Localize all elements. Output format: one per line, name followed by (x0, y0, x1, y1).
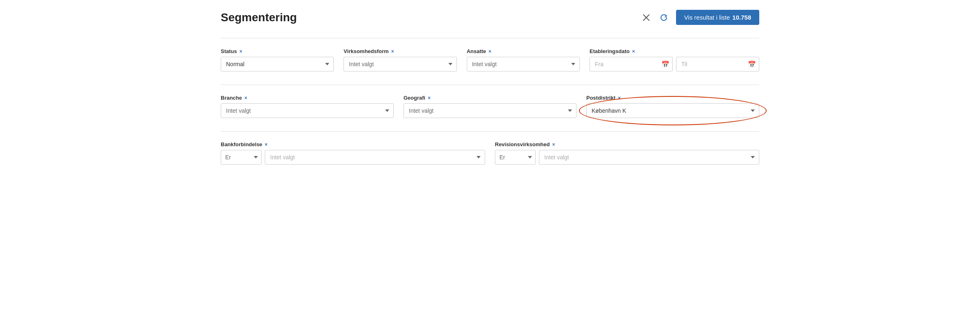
filter-group-virksomhedsform: Virksomhedsform × Intet valgt (344, 48, 457, 71)
etableringsdato-label-text: Etableringsdato (590, 48, 630, 54)
fra-input-wrap: 📅 (590, 57, 673, 71)
vis-resultat-button[interactable]: Vis resultat i liste 10.758 (676, 10, 759, 25)
revisionsvirksomhed-row: Er Er ikke Intet valgt (495, 150, 759, 165)
geografi-close[interactable]: × (428, 95, 430, 101)
etableringsdato-label: Etableringsdato × (590, 48, 759, 54)
bankforbindelse-row: Er Er ikke Intet valgt (221, 150, 485, 165)
revisionsvirksomhed-value-select[interactable]: Intet valgt (539, 150, 759, 165)
page-title: Segmentering (221, 11, 297, 24)
page-header: Segmentering Vis resultat i liste 10.758 (221, 10, 759, 25)
result-count: 10.758 (732, 14, 751, 21)
status-label: Status × (221, 48, 334, 54)
postdistrikt-wrapper: København K Intet valgt (586, 103, 759, 118)
postdistrikt-label: Postdistrikt × (586, 95, 759, 101)
filter-group-bankforbindelse: Bankforbindelse × Er Er ikke Intet valgt (221, 141, 485, 165)
filter-section-3: Bankforbindelse × Er Er ikke Intet valgt… (221, 141, 759, 165)
ansatte-label: Ansatte × (467, 48, 580, 54)
filter-row-2: Branche × Intet valgt Geografi × Intet v… (221, 95, 759, 118)
filter-group-ansatte: Ansatte × Intet valgt (467, 48, 580, 71)
postdistrikt-label-text: Postdistrikt (586, 95, 616, 101)
geografi-select[interactable]: Intet valgt (404, 103, 576, 118)
bankforbindelse-label-text: Bankforbindelse (221, 141, 262, 147)
filter-group-postdistrikt: Postdistrikt × København K Intet valgt (586, 95, 759, 118)
filter-group-status: Status × Normal Intet valgt (221, 48, 334, 71)
filter-group-revisionsvirksomhed: Revisionsvirksomhed × Er Er ikke Intet v… (495, 141, 759, 165)
revisionsvirksomhed-operator-select[interactable]: Er Er ikke (495, 150, 536, 165)
vis-resultat-label: Vis resultat i liste (684, 14, 730, 21)
close-button[interactable] (641, 12, 652, 23)
til-input[interactable] (676, 57, 759, 71)
ansatte-label-text: Ansatte (467, 48, 486, 54)
bankforbindelse-value-select[interactable]: Intet valgt (265, 150, 485, 165)
revisionsvirksomhed-close[interactable]: × (552, 142, 555, 147)
bankforbindelse-close[interactable]: × (265, 142, 268, 147)
postdistrikt-select[interactable]: København K Intet valgt (586, 103, 759, 118)
filter-row-3: Bankforbindelse × Er Er ikke Intet valgt… (221, 141, 759, 165)
status-close[interactable]: × (239, 49, 242, 54)
etableringsdato-close[interactable]: × (632, 49, 635, 54)
geografi-label-text: Geografi (404, 95, 425, 101)
filter-section-2: Branche × Intet valgt Geografi × Intet v… (221, 95, 759, 118)
fra-input[interactable] (590, 57, 673, 71)
divider-2 (221, 85, 759, 85)
status-select[interactable]: Normal Intet valgt (221, 57, 334, 71)
branche-select[interactable]: Intet valgt (221, 103, 394, 118)
close-icon (643, 14, 650, 21)
virksomhedsform-label: Virksomhedsform × (344, 48, 457, 54)
branche-label: Branche × (221, 95, 394, 101)
ansatte-close[interactable]: × (488, 49, 491, 54)
filter-group-etableringsdato: Etableringsdato × 📅 📅 (590, 48, 759, 71)
geografi-label: Geografi × (404, 95, 576, 101)
filter-row-1: Status × Normal Intet valgt Virksomhedsf… (221, 48, 759, 71)
header-actions: Vis resultat i liste 10.758 (641, 10, 759, 25)
postdistrikt-close[interactable]: × (618, 95, 621, 101)
refresh-button[interactable] (658, 12, 670, 23)
filter-group-branche: Branche × Intet valgt (221, 95, 394, 118)
branche-label-text: Branche (221, 95, 242, 101)
virksomhedsform-select[interactable]: Intet valgt (344, 57, 457, 71)
refresh-icon (660, 13, 668, 22)
virksomhedsform-close[interactable]: × (391, 49, 394, 54)
status-label-text: Status (221, 48, 237, 54)
branche-close[interactable]: × (244, 95, 247, 101)
bankforbindelse-label: Bankforbindelse × (221, 141, 485, 147)
divider-1 (221, 38, 759, 38)
virksomhedsform-label-text: Virksomhedsform (344, 48, 388, 54)
bankforbindelse-operator-select[interactable]: Er Er ikke (221, 150, 262, 165)
til-input-wrap: 📅 (676, 57, 759, 71)
filter-section-1: Status × Normal Intet valgt Virksomhedsf… (221, 48, 759, 71)
revisionsvirksomhed-label-text: Revisionsvirksomhed (495, 141, 550, 147)
date-inputs: 📅 📅 (590, 57, 759, 71)
revisionsvirksomhed-label: Revisionsvirksomhed × (495, 141, 759, 147)
ansatte-select[interactable]: Intet valgt (467, 57, 580, 71)
divider-3 (221, 131, 759, 132)
filter-group-geografi: Geografi × Intet valgt (404, 95, 576, 118)
